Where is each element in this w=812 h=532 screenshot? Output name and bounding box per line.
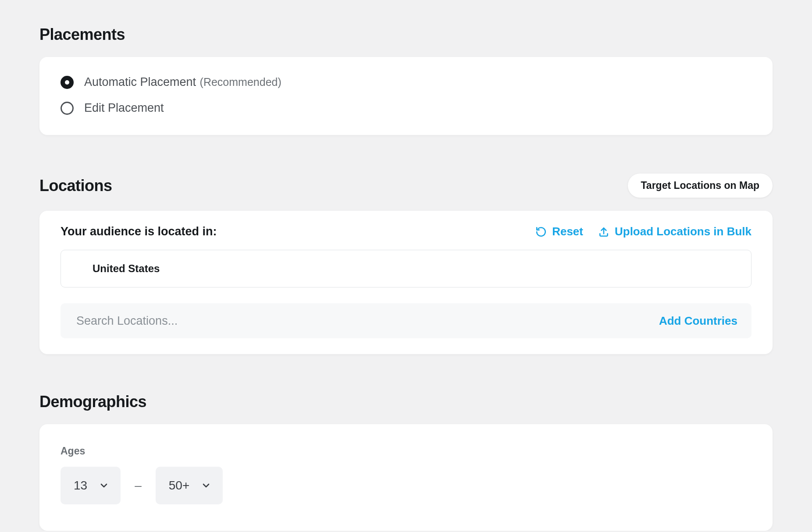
reset-button[interactable]: Reset [535,225,583,238]
radio-icon [61,102,74,115]
search-locations-row: Add Countries [61,303,751,338]
reset-icon [535,226,547,238]
audience-located-label: Your audience is located in: [61,225,217,238]
placement-option-edit[interactable]: Edit Placement [61,97,751,119]
placement-option-automatic[interactable]: Automatic Placement (Recommended) [61,71,751,93]
target-locations-on-map-button[interactable]: Target Locations on Map [628,174,773,198]
age-min-value: 13 [74,479,87,493]
locations-title: Locations [39,177,112,195]
placement-option-label: Edit Placement [84,101,164,115]
chevron-down-icon [201,480,211,491]
search-locations-input[interactable] [76,314,659,328]
demographics-title: Demographics [39,393,773,411]
placements-title: Placements [39,25,773,44]
selected-location-item[interactable]: United States [61,250,751,287]
upload-icon [598,226,609,238]
reset-label: Reset [552,225,583,238]
chevron-down-icon [99,480,109,491]
placement-option-label: Automatic Placement [84,75,196,89]
age-min-select[interactable]: 13 [61,467,121,504]
age-range-dash: – [135,479,142,493]
ages-label: Ages [61,445,751,457]
locations-card: Your audience is located in: Reset Uploa… [39,211,773,354]
placements-card: Automatic Placement (Recommended) Edit P… [39,57,773,135]
upload-locations-button[interactable]: Upload Locations in Bulk [598,225,751,238]
upload-label: Upload Locations in Bulk [615,225,751,238]
demographics-card: Ages 13 – 50+ [39,424,773,531]
radio-icon [61,76,74,89]
age-max-value: 50+ [169,479,190,493]
placement-option-note: (Recommended) [200,76,281,88]
add-countries-button[interactable]: Add Countries [659,314,737,328]
age-max-select[interactable]: 50+ [156,467,223,504]
